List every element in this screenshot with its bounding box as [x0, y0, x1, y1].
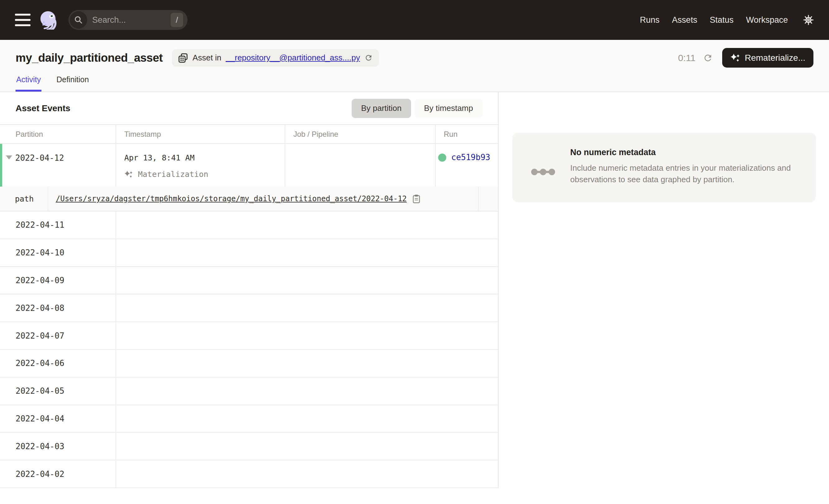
dagster-app: / Runs Assets Status Workspace	[0, 0, 829, 504]
partition-label: 2022-04-04	[15, 414, 65, 423]
asset-in-badge: Asset in __repository__@partitioned_ass.…	[172, 49, 379, 67]
partition-label: 2022-04-06	[15, 359, 65, 368]
asset-repository-link[interactable]: __repository__@partitioned_ass....py	[226, 53, 360, 63]
no-numeric-metadata-card: No numeric metadata Include numeric meta…	[512, 133, 816, 202]
copy-path-icon[interactable]	[412, 194, 421, 204]
page-title: my_daily_partitioned_asset	[15, 51, 163, 65]
by-partition-button[interactable]: By partition	[352, 99, 411, 118]
column-header-partition: Partition	[0, 125, 116, 143]
search-input[interactable]	[92, 15, 148, 25]
materialization-sparkle-icon	[124, 170, 133, 179]
tab-activity[interactable]: Activity	[15, 75, 41, 92]
partition-row[interactable]: 2022-04-09	[0, 267, 498, 295]
hamburger-menu-icon[interactable]	[15, 14, 31, 26]
nav-link-status[interactable]: Status	[710, 15, 734, 25]
tab-bar: Activity Definition	[15, 75, 814, 92]
column-header-job-pipeline: Job / Pipeline	[285, 125, 436, 143]
dagster-logo[interactable]	[39, 10, 59, 30]
materialized-indicator-strip	[0, 144, 2, 187]
partition-label: 2022-04-10	[15, 248, 65, 257]
refresh-timer: 0:11	[678, 52, 695, 63]
nav-link-assets[interactable]: Assets	[672, 15, 697, 25]
page-header: my_daily_partitioned_asset Asset in __re…	[0, 40, 829, 92]
partition-label: 2022-04-07	[15, 331, 65, 340]
partition-label: 2022-04-03	[15, 442, 65, 451]
partition-row-expanded[interactable]: 2022-04-12 Apr 13, 8:41 AM Materializati…	[0, 144, 498, 187]
event-type-label: Materialization	[138, 170, 208, 179]
sparkle-icon	[730, 53, 740, 63]
asset-in-label: Asset in	[192, 53, 221, 63]
job-pipeline-cell	[285, 144, 436, 187]
asset-events-panel: Asset Events By partition By timestamp P…	[0, 92, 499, 488]
events-table-header: Partition Timestamp Job / Pipeline Run	[0, 124, 498, 144]
partition-label: 2022-04-08	[15, 303, 65, 313]
partition-row[interactable]: 2022-04-06	[0, 350, 498, 377]
search-shortcut-badge: /	[171, 13, 183, 27]
nav-link-runs[interactable]: Runs	[640, 15, 659, 25]
run-id-link[interactable]: ce519b93	[451, 153, 490, 162]
column-header-timestamp: Timestamp	[116, 125, 285, 143]
partition-row[interactable]: 2022-04-05	[0, 377, 498, 405]
partition-label: 2022-04-09	[15, 276, 65, 285]
partition-row[interactable]: 2022-04-04	[0, 405, 498, 433]
settings-gear-icon[interactable]	[803, 14, 814, 26]
search-bar[interactable]: /	[69, 10, 187, 30]
refresh-icon[interactable]	[703, 53, 713, 63]
partition-label: 2022-04-05	[15, 386, 65, 396]
column-header-run: Run	[436, 125, 498, 143]
partition-label: 2022-04-02	[15, 469, 65, 479]
search-icon	[70, 11, 87, 29]
top-nav: / Runs Assets Status Workspace	[0, 0, 829, 40]
collapse-caret-icon[interactable]	[6, 155, 12, 159]
metadata-card-body: Include numeric metadata entries in your…	[570, 162, 797, 185]
metadata-key-label: path	[0, 187, 48, 211]
events-view-toggle: By partition By timestamp	[352, 99, 482, 118]
asset-events-heading: Asset Events	[15, 103, 70, 113]
event-timestamp: Apr 13, 8:41 AM	[124, 153, 195, 162]
graph-beads-icon	[531, 167, 555, 177]
by-timestamp-button[interactable]: By timestamp	[415, 99, 483, 118]
reload-definition-icon[interactable]	[364, 53, 373, 62]
partition-row[interactable]: 2022-04-08	[0, 294, 498, 322]
partition-metadata-panel: No numeric metadata Include numeric meta…	[499, 92, 829, 488]
partition-label: 2022-04-12	[15, 153, 64, 163]
run-status-dot	[438, 153, 446, 162]
partition-row[interactable]: 2022-04-10	[0, 239, 498, 267]
asset-group-icon	[178, 53, 188, 63]
rematerialize-button[interactable]: Rematerialize...	[722, 48, 814, 68]
nav-links: Runs Assets Status Workspace	[640, 14, 814, 26]
partition-row[interactable]: 2022-04-11	[0, 212, 498, 239]
partition-row[interactable]: 2022-04-07	[0, 322, 498, 350]
partition-row[interactable]: 2022-04-03	[0, 433, 498, 460]
metadata-path-link[interactable]: /Users/sryza/dagster/tmp6hmkoios/storage…	[56, 194, 407, 203]
partition-label: 2022-04-11	[15, 220, 65, 229]
metadata-path-row: path /Users/sryza/dagster/tmp6hmkoios/st…	[0, 187, 498, 212]
tab-definition[interactable]: Definition	[56, 75, 89, 92]
nav-link-workspace[interactable]: Workspace	[746, 15, 788, 25]
metadata-card-title: No numeric metadata	[570, 148, 797, 157]
partition-row[interactable]: 2022-04-02	[0, 460, 498, 488]
